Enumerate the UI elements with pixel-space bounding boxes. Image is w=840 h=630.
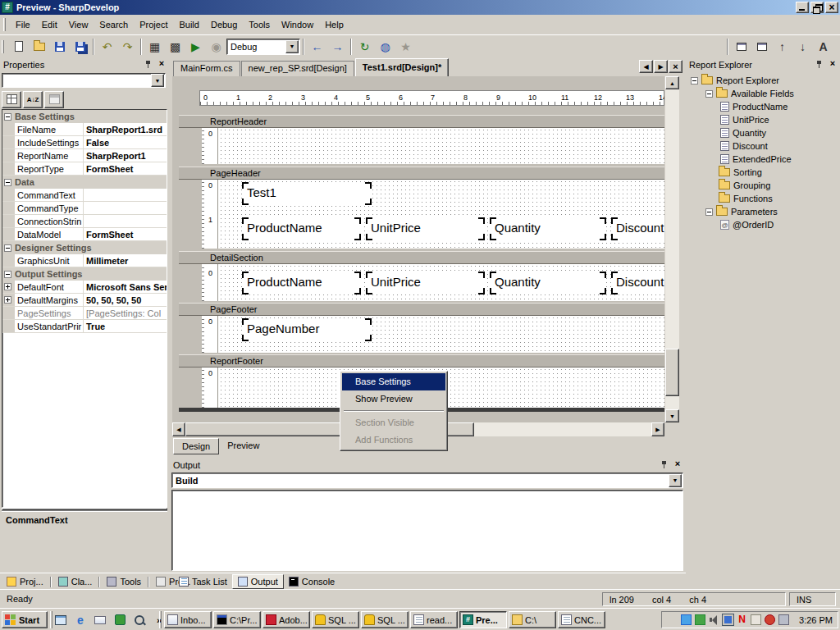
app-launcher-button[interactable] xyxy=(112,612,128,628)
tree-item-discount[interactable]: Discount xyxy=(687,139,840,153)
save-all-button[interactable] xyxy=(70,37,90,57)
scheduler-tray-icon[interactable] xyxy=(695,614,705,625)
taskbar-button-sql-2[interactable]: SQL ... xyxy=(361,611,409,628)
output-category-combo[interactable]: Build xyxy=(171,472,683,488)
next-window-button[interactable] xyxy=(751,37,772,57)
refresh-button[interactable]: ↻ xyxy=(354,37,375,57)
menu-build[interactable]: Build xyxy=(173,17,204,32)
scroll-up-button[interactable]: ↑ xyxy=(772,37,792,57)
scroll-left-arrow[interactable] xyxy=(172,422,185,436)
mail-button[interactable] xyxy=(92,612,108,628)
toolbar-grip[interactable] xyxy=(2,40,4,53)
field-detail-quantity[interactable]: Quantity xyxy=(490,272,606,294)
collapse-icon[interactable] xyxy=(4,113,11,121)
property-value[interactable]: True xyxy=(84,320,167,332)
property-row-datamodel[interactable]: DataModelFormSheet xyxy=(2,228,167,241)
taskbar-button-readme[interactable]: read... xyxy=(410,611,458,628)
tab-mainform[interactable]: MainForm.cs xyxy=(173,61,240,76)
minimize-button[interactable] xyxy=(796,2,809,13)
property-value[interactable]: SharpReport1.srd xyxy=(84,123,167,135)
new-file-button[interactable] xyxy=(8,37,29,57)
field-detail-discount[interactable]: Discount xyxy=(611,272,664,294)
tab-projects[interactable]: Proj... xyxy=(2,574,48,589)
category-row-data[interactable]: Data xyxy=(2,176,167,189)
close-document-button[interactable] xyxy=(669,60,682,73)
property-row-usestandartprinter[interactable]: UseStandartPrirTrue xyxy=(2,320,167,333)
collapse-icon[interactable] xyxy=(4,179,11,186)
dropdown-arrow-icon[interactable] xyxy=(285,40,299,53)
tree-item-productname[interactable]: ProductName xyxy=(687,100,840,113)
object-selector-combo[interactable] xyxy=(2,73,166,88)
network-tray-icon[interactable] xyxy=(681,614,692,625)
property-row-defaultfont[interactable]: DefaultFontMicrosoft Sans Ser xyxy=(2,281,167,294)
field-report-title[interactable]: Test1 xyxy=(242,182,372,205)
category-row-base-settings[interactable]: Base Settings xyxy=(2,110,167,123)
dropdown-arrow-icon[interactable] xyxy=(669,474,682,487)
field-header-quantity[interactable]: Quantity xyxy=(490,217,606,240)
property-row-commandtype[interactable]: CommandType xyxy=(2,202,167,215)
scroll-tabs-left-button[interactable] xyxy=(639,60,653,73)
profile-button[interactable]: ◉ xyxy=(206,37,226,57)
menu-window[interactable]: Window xyxy=(276,17,319,32)
property-value[interactable] xyxy=(84,202,167,214)
menu-project[interactable]: Project xyxy=(134,17,173,32)
tree-item-grouping[interactable]: Grouping xyxy=(687,179,840,192)
tab-new-rep-sp[interactable]: new_rep_SP.srd[Design] xyxy=(241,61,354,76)
alphabetical-button[interactable] xyxy=(23,91,43,108)
section-body-reportheader[interactable]: 0 xyxy=(202,128,664,164)
property-row-reportname[interactable]: ReportNameSharpReport1 xyxy=(2,149,167,162)
property-row-filename[interactable]: FileNameSharpReport1.srd xyxy=(2,123,167,136)
field-header-unitprice[interactable]: UnitPrice xyxy=(366,217,485,240)
section-header-reportfooter[interactable]: ReportFooter xyxy=(179,354,664,368)
close-button[interactable] xyxy=(825,2,838,13)
update-tray-icon[interactable] xyxy=(765,614,775,625)
vertical-scrollbar[interactable] xyxy=(665,76,679,422)
menu-debug[interactable]: Debug xyxy=(205,17,243,32)
menu-tools[interactable]: Tools xyxy=(243,17,276,32)
scroll-up-arrow[interactable] xyxy=(665,76,679,89)
property-row-pagesettings[interactable]: PageSettings[PageSettings: Col xyxy=(2,307,167,320)
redo-button[interactable]: ↷ xyxy=(117,37,138,57)
menu-view[interactable]: View xyxy=(63,17,94,32)
show-desktop-button[interactable] xyxy=(52,612,69,628)
taskbar-button-command-prompt[interactable]: C:\Pr... xyxy=(213,611,261,628)
tree-item-quantity[interactable]: Quantity xyxy=(687,126,840,139)
field-detail-productname[interactable]: ProductName xyxy=(242,272,361,294)
tab-task-list[interactable]: Task List xyxy=(174,574,232,589)
prev-window-button[interactable] xyxy=(731,37,751,57)
volume-tray-icon[interactable] xyxy=(709,614,719,625)
menu-edit[interactable]: Edit xyxy=(36,17,63,32)
section-header-pagefooter[interactable]: PageFooter xyxy=(179,303,664,316)
property-value[interactable]: 50, 50, 50, 50 xyxy=(84,294,167,306)
property-value[interactable]: False xyxy=(84,136,167,148)
field-detail-unitprice[interactable]: UnitPrice xyxy=(366,272,485,294)
property-row-includesettings[interactable]: IncludeSettingsFalse xyxy=(2,136,167,149)
taskbar-button-inbox[interactable]: Inbo... xyxy=(164,611,212,628)
tree-item-parameters[interactable]: Parameters xyxy=(687,205,840,218)
search-button[interactable] xyxy=(131,612,148,628)
property-value[interactable]: FormSheet xyxy=(84,162,167,175)
field-pagenumber[interactable]: PageNumber xyxy=(242,318,372,341)
bookmark-button[interactable]: ★ xyxy=(395,37,416,57)
save-button[interactable] xyxy=(49,37,70,57)
property-row-connectionstring[interactable]: ConnectionStrin xyxy=(2,215,167,228)
categorized-button[interactable] xyxy=(2,91,21,108)
debug-configuration-combo[interactable]: Debug xyxy=(226,39,300,55)
restore-button[interactable] xyxy=(810,2,824,13)
property-row-graphicsunit[interactable]: GraphicsUnitMillimeter xyxy=(2,254,167,267)
taskbar-button-cnc[interactable]: CNC... xyxy=(558,611,605,628)
collapse-icon[interactable] xyxy=(4,271,11,278)
scroll-down-arrow[interactable] xyxy=(665,409,679,422)
internet-explorer-button[interactable] xyxy=(72,612,89,628)
build-all-button[interactable]: ▩ xyxy=(165,37,185,57)
tab-console[interactable]: Console xyxy=(284,574,340,589)
tab-test1-active[interactable]: Test1.srd[Design]* xyxy=(355,58,449,76)
scroll-right-arrow[interactable] xyxy=(651,422,664,436)
expand-icon[interactable] xyxy=(4,296,11,304)
tree-item-report-explorer[interactable]: Report Explorer xyxy=(687,74,840,87)
tree-item-sorting[interactable]: Sorting xyxy=(687,166,840,179)
menu-help[interactable]: Help xyxy=(319,17,349,32)
tree-item-available-fields[interactable]: Available Fields xyxy=(687,87,840,100)
tab-preview[interactable]: Preview xyxy=(219,438,267,454)
property-value[interactable]: Millimeter xyxy=(84,254,167,267)
